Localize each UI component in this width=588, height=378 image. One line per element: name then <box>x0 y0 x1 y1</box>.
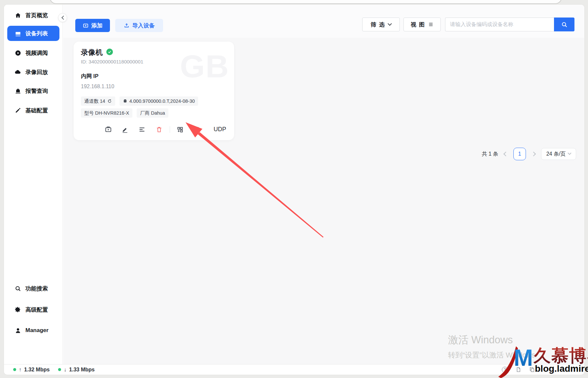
chevron-down-icon <box>388 21 392 26</box>
sidebar-item-label: 设备列表 <box>25 30 48 37</box>
device-search <box>445 18 574 31</box>
sidebar-item-video-review[interactable]: 视频调阅 <box>7 45 59 60</box>
vendor-label: 厂商 Dahua <box>140 110 165 116</box>
sidebar-item-playback[interactable]: 录像回放 <box>7 64 59 80</box>
app-window: 首页概览 设备列表 视频调阅 录像回放 报警查询 <box>4 5 584 375</box>
content-area: 添加 导入设备 筛 选 视 图 GB 录像机 <box>63 5 584 364</box>
sidebar-item-function-search[interactable]: 功能搜索 <box>7 281 59 296</box>
list-view-icon <box>428 22 433 27</box>
add-device-button[interactable]: 添加 <box>75 19 110 32</box>
logo-m-letter: M <box>514 346 533 369</box>
upload-speed: ↑ 1.32 Mbps <box>13 367 50 373</box>
sidebar-item-label: 视频调阅 <box>25 49 48 57</box>
firmware-version-label: 4.000.9700000.0.T,2024-08-30 <box>129 98 195 104</box>
model-tag: 型号 DH-NVR8216-X <box>81 108 132 118</box>
home-icon <box>15 12 21 19</box>
pagination: 共 1 条 1 24 条/页 <box>482 148 576 160</box>
upload-icon <box>124 23 129 28</box>
current-page-button[interactable]: 1 <box>513 148 526 160</box>
filter-button[interactable]: 筛 选 <box>362 18 400 31</box>
sidebar-item-label: 报警查询 <box>25 87 48 95</box>
edit-device-button[interactable] <box>121 126 129 133</box>
status-dot-icon <box>58 368 61 371</box>
model-label: 型号 DH-NVR8216-X <box>84 110 129 116</box>
search-button[interactable] <box>554 18 574 31</box>
sidebar-item-manager[interactable]: Manager <box>7 323 59 338</box>
brand-logo: M 久慕博客 blog.ladmire.cn <box>497 344 588 378</box>
firmware-version-tag: 4.000.9700000.0.T,2024-08-30 <box>120 96 198 106</box>
delete-device-button[interactable] <box>155 126 163 133</box>
sidebar-item-advanced-config[interactable]: 高级配置 <box>7 302 59 317</box>
sidebar-item-label: Manager <box>25 327 49 334</box>
preview-video-button[interactable] <box>104 126 112 133</box>
sidebar-collapse-button[interactable] <box>58 13 67 22</box>
user-icon <box>15 327 21 334</box>
alarm-icon <box>15 88 21 94</box>
import-device-label: 导入设备 <box>132 22 155 29</box>
sidebar: 首页概览 设备列表 视频调阅 录像回放 报警查询 <box>4 5 63 364</box>
search-icon <box>561 21 568 28</box>
sidebar-item-label: 功能搜索 <box>25 285 48 292</box>
gear-icon <box>15 306 21 313</box>
status-dot-icon <box>13 368 16 371</box>
sidebar-item-label: 基础配置 <box>25 107 48 114</box>
download-speed: ↓ 1.33 Mbps <box>58 367 94 373</box>
device-list-icon <box>15 30 21 37</box>
sidebar-item-device-list[interactable]: 设备列表 <box>7 26 59 41</box>
upload-arrow-icon: ↑ <box>19 367 21 373</box>
sidebar-item-alarm-query[interactable]: 报警查询 <box>7 83 59 98</box>
sidebar-item-label: 首页概览 <box>25 12 48 19</box>
add-device-label: 添加 <box>91 22 103 29</box>
filter-label: 筛 选 <box>371 21 386 28</box>
sidebar-item-label: 录像回放 <box>25 68 48 76</box>
chevron-down-icon <box>568 151 571 155</box>
sidebar-item-basic-config[interactable]: 基础配置 <box>7 103 59 118</box>
page-size-select[interactable]: 24 条/页 <box>541 148 576 160</box>
upload-speed-value: 1.32 Mbps <box>24 367 50 373</box>
view-button[interactable]: 视 图 <box>403 18 441 31</box>
vendor-tag: 厂商 Dahua <box>137 108 168 118</box>
ip-value: 192.168.1.110 <box>81 84 114 90</box>
device-actions: UDP <box>74 124 234 135</box>
ip-label: 内网 IP <box>81 73 98 80</box>
online-status-icon <box>106 49 113 55</box>
download-arrow-icon: ↓ <box>64 367 66 373</box>
refresh-icon[interactable] <box>107 99 112 103</box>
view-label: 视 图 <box>411 21 426 28</box>
sidebar-item-home[interactable]: 首页概览 <box>7 8 59 23</box>
protocol-label[interactable]: UDP <box>214 126 226 133</box>
gb-watermark: GB <box>180 50 229 82</box>
channel-list-button[interactable] <box>138 126 146 133</box>
channel-count-tag: 通道数 14 <box>81 96 115 106</box>
search-icon <box>15 285 21 292</box>
device-id: ID: 34020000001180000001 <box>81 59 143 64</box>
next-page-icon[interactable] <box>531 152 536 156</box>
add-to-group-button[interactable] <box>176 126 184 133</box>
account-button[interactable] <box>194 126 202 133</box>
logo-url: blog.ladmire.cn <box>535 363 588 374</box>
video-play-icon <box>15 50 21 56</box>
channel-count-label: 通道数 14 <box>84 98 105 104</box>
search-input[interactable] <box>445 18 554 31</box>
device-card[interactable]: GB 录像机 ID: 34020000001180000001 内网 IP 19… <box>74 42 234 140</box>
import-device-button[interactable]: 导入设备 <box>115 19 163 32</box>
pagination-total: 共 1 条 <box>482 151 498 158</box>
firmware-icon <box>123 99 127 103</box>
device-title: 录像机 <box>81 48 103 57</box>
actions-divider <box>170 126 170 133</box>
prev-page-icon[interactable] <box>503 152 508 156</box>
add-device-icon <box>83 23 88 28</box>
page-size-label: 24 条/页 <box>546 151 566 158</box>
browser-address-bar[interactable] <box>50 0 562 4</box>
cloud-playback-icon <box>15 69 21 75</box>
edit-config-icon <box>15 107 21 114</box>
download-speed-value: 1.33 Mbps <box>69 367 94 373</box>
sidebar-item-label: 高级配置 <box>25 306 48 314</box>
